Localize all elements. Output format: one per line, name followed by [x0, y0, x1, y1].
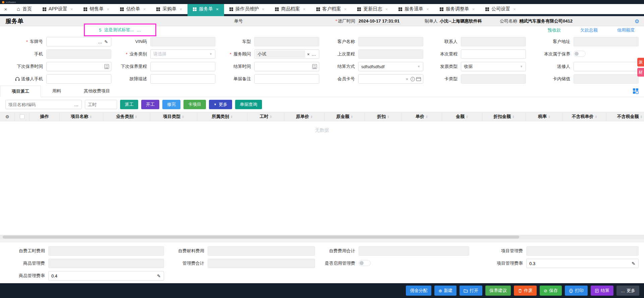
close-all-icon[interactable]: × — [0, 4, 11, 14]
member-card-input[interactable] — [359, 75, 403, 83]
footer-button-3[interactable]: 保养建议 — [485, 286, 511, 296]
next-maint-time-input[interactable] — [47, 62, 104, 71]
cur-mileage-input[interactable] — [461, 49, 526, 59]
info-icon[interactable]: i — [411, 77, 415, 81]
table-column-3[interactable]: 项目类型▲▼ — [150, 112, 197, 121]
sort-icon[interactable]: ▲▼ — [230, 115, 233, 118]
project-rate-input[interactable] — [527, 259, 631, 267]
remark-input[interactable] — [254, 74, 319, 84]
table-column-2[interactable]: 业务类别▲▼ — [103, 112, 150, 121]
detail-tab-2[interactable]: 其他收费项目 — [72, 85, 121, 97]
sort-icon[interactable]: ▲▼ — [135, 115, 137, 118]
settings-gear-icon[interactable]: ⚙ — [635, 16, 639, 26]
footer-button-7[interactable]: 结算 — [591, 286, 613, 296]
toolbar-button-0[interactable]: 派工 — [120, 100, 138, 109]
window-tab-12[interactable]: 公司设置× — [480, 4, 521, 14]
plate-edit-icon[interactable]: ✎ — [103, 40, 109, 44]
card-icon[interactable] — [416, 77, 421, 81]
footer-button-4[interactable]: 作废 — [514, 286, 537, 296]
sort-icon[interactable]: ▲▼ — [595, 115, 597, 118]
toolbar-button-3[interactable]: 卡项目 — [183, 100, 206, 109]
table-column-14[interactable]: 不含税金额▲▼ — [606, 112, 644, 121]
project-rate-edit-icon[interactable]: ✎ — [631, 261, 636, 266]
project-search-more-icon[interactable]: … — [73, 102, 79, 107]
finance-link-0[interactable]: 预收款 — [548, 27, 561, 33]
table-column-6[interactable]: 原单价▲▼ — [284, 112, 325, 121]
close-tab-icon[interactable]: × — [70, 7, 73, 12]
sort-icon[interactable]: ▲▼ — [387, 115, 389, 118]
table-column-13[interactable]: 不含税单价▲▼ — [563, 112, 606, 121]
plate-input[interactable] — [47, 38, 97, 46]
close-tab-icon[interactable]: × — [107, 7, 109, 12]
window-tab-8[interactable]: 客户档案× — [311, 4, 352, 14]
fee-enabled-toggle[interactable] — [359, 260, 371, 266]
settle-time-input[interactable] — [255, 62, 312, 71]
calendar-icon[interactable] — [104, 64, 109, 69]
advisor-field[interactable]: 小试 × … — [254, 49, 319, 59]
next-maint-mileage-input[interactable] — [150, 62, 215, 71]
table-column-11[interactable]: 折扣金额▲▼ — [482, 112, 526, 121]
tag-more-icon[interactable]: … — [137, 28, 141, 33]
invoice-type-select[interactable]: 收据 ▼ — [461, 62, 526, 71]
table-column-5[interactable]: 工时▲▼ — [248, 112, 284, 121]
table-column-1[interactable]: 项目名称▲▼ — [60, 112, 103, 121]
table-column-10[interactable]: 金额▲▼ — [442, 112, 482, 121]
test-tag-highlight-box[interactable]: 5 这是测试标签... … — [84, 24, 156, 36]
project-search-input[interactable] — [6, 100, 73, 109]
footer-button-0[interactable]: 佣金分配 — [406, 286, 431, 296]
scrollbar-thumb[interactable] — [3, 236, 519, 239]
work-hours-input[interactable] — [85, 100, 117, 109]
close-tab-icon[interactable]: × — [426, 7, 429, 12]
footer-button-8[interactable]: …更多 — [616, 286, 639, 296]
table-column-12[interactable]: 税率▲▼ — [526, 112, 563, 121]
finance-link-1[interactable]: 欠款总额 — [580, 27, 598, 33]
toolbar-button-5[interactable]: 单据查询 — [235, 100, 262, 109]
sender-input[interactable] — [574, 62, 639, 71]
window-tab-7[interactable]: 商品档案× — [270, 4, 311, 14]
close-tab-icon[interactable]: × — [216, 7, 219, 12]
close-tab-icon[interactable]: × — [472, 7, 475, 12]
grid-view-icon[interactable] — [633, 88, 639, 94]
footer-button-5[interactable]: ⊘保存 — [540, 286, 562, 296]
goods-rate-edit-icon[interactable]: ✎ — [156, 274, 162, 278]
window-tab-5[interactable]: 服务单× — [187, 4, 224, 14]
detail-tab-1[interactable]: 用料 — [41, 85, 72, 97]
window-tab-9[interactable]: 更新日志× — [352, 4, 393, 14]
select-all-checkbox[interactable] — [20, 114, 24, 119]
plate-more-icon[interactable]: … — [97, 40, 103, 44]
close-tab-icon[interactable]: × — [303, 7, 306, 12]
close-tab-icon[interactable]: × — [262, 7, 265, 12]
sort-icon[interactable]: ▲▼ — [90, 115, 92, 118]
sort-icon[interactable]: ▲▼ — [426, 115, 428, 118]
footer-button-6[interactable]: 打印 — [565, 286, 588, 296]
is-maintenance-toggle[interactable] — [574, 51, 586, 57]
window-tab-2[interactable]: 销售单× — [78, 4, 115, 14]
column-gear-icon[interactable]: ⚙ — [5, 114, 9, 119]
toolbar-button-1[interactable]: 开工 — [141, 100, 159, 109]
table-column-4[interactable]: 所属类别▲▼ — [197, 112, 248, 121]
sort-icon[interactable]: ▲▼ — [640, 115, 643, 118]
sort-icon[interactable]: ▲▼ — [548, 115, 550, 118]
sort-icon[interactable]: ▲▼ — [466, 115, 468, 118]
window-tab-11[interactable]: 服务调整单× — [434, 4, 480, 14]
side-badge-1[interactable]: 材 — [637, 68, 644, 77]
table-column-9[interactable]: 单价▲▼ — [402, 112, 442, 121]
sort-icon[interactable]: ▲▼ — [512, 115, 515, 118]
window-tab-0[interactable]: ⌂首页 — [11, 4, 37, 14]
side-badge-0[interactable]: 派 — [637, 58, 644, 67]
advisor-clear-icon[interactable]: × — [306, 52, 311, 56]
close-tab-icon[interactable]: × — [344, 7, 347, 12]
close-tab-icon[interactable]: × — [143, 7, 146, 12]
member-card-clear-icon[interactable]: × — [405, 77, 409, 81]
goods-rate-input[interactable] — [49, 272, 156, 280]
detail-tab-0[interactable]: 项目派工 — [0, 86, 41, 97]
sort-icon[interactable]: ▲▼ — [351, 115, 353, 118]
calendar-icon[interactable] — [312, 64, 317, 69]
finance-link-2[interactable]: 信用额度 — [617, 27, 635, 33]
window-tab-10[interactable]: 服务退单× — [393, 4, 434, 14]
window-tab-6[interactable]: 操作员维护× — [224, 4, 270, 14]
biz-type-select[interactable]: 请选择 ▼ — [150, 49, 215, 59]
window-tab-4[interactable]: 采购单× — [151, 4, 187, 14]
table-column-7[interactable]: 原金额▲▼ — [325, 112, 365, 121]
footer-button-1[interactable]: ⊕新建 — [434, 286, 457, 296]
